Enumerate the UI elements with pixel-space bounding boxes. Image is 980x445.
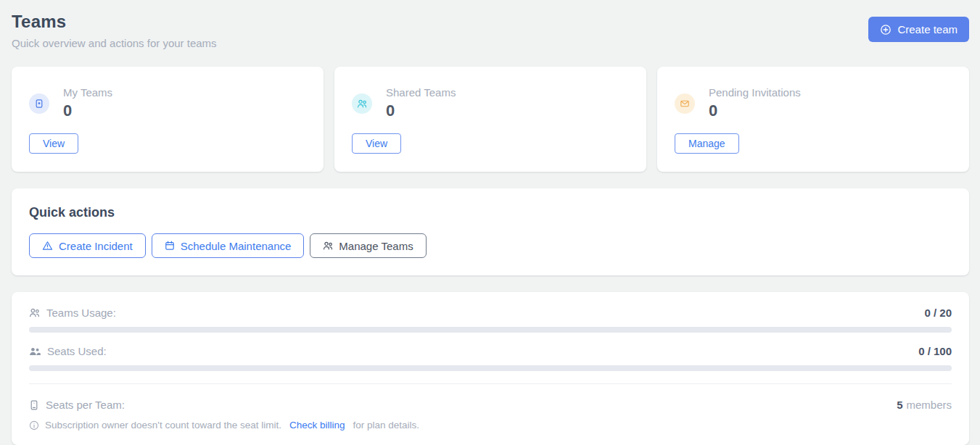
seats-used-progressbar (29, 365, 952, 371)
stat-card-value: 0 (386, 101, 456, 120)
create-incident-button[interactable]: Create Incident (29, 233, 146, 258)
seats-per-team-label: Seats per Team: (46, 399, 125, 411)
quick-actions-title: Quick actions (29, 205, 952, 220)
seats-used-value: 0 / 100 (918, 345, 952, 357)
create-incident-label: Create Incident (59, 240, 133, 252)
stat-cards-row: My Teams 0 View Shared Teams (12, 67, 969, 172)
teams-usage-value: 0 / 20 (924, 307, 952, 319)
users-outline-icon (29, 307, 40, 318)
seats-per-team-number: 5 (897, 399, 902, 411)
stat-card-label: Shared Teams (386, 86, 456, 99)
teams-usage-row: Teams Usage: 0 / 20 (29, 307, 952, 319)
stat-card-pending-invitations: Pending Invitations 0 Manage (657, 67, 969, 172)
calendar-icon (165, 241, 175, 251)
teams-page: Teams Quick overview and actions for you… (0, 0, 980, 445)
teams-usage-progressbar (29, 327, 952, 333)
stat-card-value: 0 (63, 101, 112, 120)
manage-invitations-button[interactable]: Manage (675, 133, 739, 154)
note-text: Subscription owner doesn't count toward … (45, 420, 281, 431)
seats-per-team-value: 5members (897, 399, 952, 411)
stat-card-my-teams: My Teams 0 View (12, 67, 324, 172)
view-shared-teams-button[interactable]: View (352, 133, 401, 154)
id-badge-icon (29, 93, 49, 114)
team-group-icon (352, 93, 372, 114)
teams-usage-label: Teams Usage: (46, 307, 116, 319)
stat-card-value: 0 (709, 101, 801, 120)
seat-limit-note: Subscription owner doesn't count toward … (29, 420, 952, 431)
warning-triangle-icon (42, 241, 53, 251)
create-team-button[interactable]: Create team (868, 17, 969, 42)
note-suffix: for plan details. (353, 420, 420, 431)
info-icon (29, 420, 39, 431)
seats-per-team-row: Seats per Team: 5members (29, 399, 952, 411)
mail-icon (675, 93, 695, 114)
view-my-teams-button[interactable]: View (29, 133, 78, 154)
check-billing-link[interactable]: Check billing (289, 420, 345, 431)
stat-card-label: My Teams (63, 86, 112, 99)
create-team-label: Create team (897, 23, 958, 36)
seats-used-row: Seats Used: 0 / 100 (29, 345, 952, 357)
manage-teams-button[interactable]: Manage Teams (310, 233, 426, 258)
stat-card-label: Pending Invitations (709, 86, 801, 99)
plus-circle-icon (880, 24, 892, 36)
users-filled-icon (29, 346, 41, 357)
schedule-maintenance-button[interactable]: Schedule Maintenance (152, 233, 305, 258)
page-subtitle: Quick overview and actions for your team… (12, 37, 969, 49)
users-icon (323, 241, 333, 251)
schedule-maintenance-label: Schedule Maintenance (181, 240, 292, 252)
usage-panel: Teams Usage: 0 / 20 Seats Used: 0 / 100 (12, 292, 969, 445)
quick-actions-panel: Quick actions Create Incident (12, 188, 969, 275)
id-badge-outline-icon (29, 400, 39, 410)
stat-card-shared-teams: Shared Teams 0 View (334, 67, 646, 172)
page-title: Teams (12, 12, 969, 32)
page-header: Teams Quick overview and actions for you… (12, 12, 969, 49)
manage-teams-label: Manage Teams (339, 240, 413, 252)
seats-per-team-unit: members (906, 399, 952, 411)
usage-divider (29, 383, 952, 384)
seats-used-label: Seats Used: (47, 345, 107, 357)
